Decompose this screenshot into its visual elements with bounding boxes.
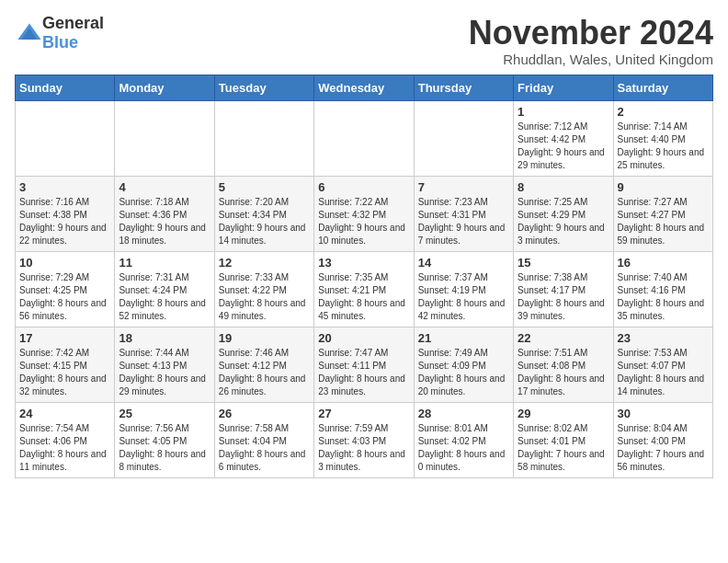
week-row-5: 24Sunrise: 7:54 AM Sunset: 4:06 PM Dayli… bbox=[16, 402, 713, 477]
day-info: Sunrise: 7:14 AM Sunset: 4:40 PM Dayligh… bbox=[618, 121, 709, 172]
logo-text: General Blue bbox=[42, 15, 104, 52]
day-info: Sunrise: 7:40 AM Sunset: 4:16 PM Dayligh… bbox=[618, 271, 709, 323]
day-cell: 26Sunrise: 7:58 AM Sunset: 4:04 PM Dayli… bbox=[214, 402, 313, 477]
logo-blue: Blue bbox=[42, 33, 78, 52]
day-number: 13 bbox=[318, 256, 409, 270]
col-header-sunday: Sunday bbox=[16, 75, 115, 100]
day-number: 12 bbox=[219, 256, 310, 270]
day-info: Sunrise: 7:38 AM Sunset: 4:17 PM Dayligh… bbox=[518, 271, 609, 323]
day-info: Sunrise: 7:54 AM Sunset: 4:06 PM Dayligh… bbox=[19, 422, 110, 474]
day-cell: 2Sunrise: 7:14 AM Sunset: 4:40 PM Daylig… bbox=[613, 100, 712, 176]
day-number: 11 bbox=[119, 256, 210, 270]
day-info: Sunrise: 7:58 AM Sunset: 4:04 PM Dayligh… bbox=[219, 422, 310, 474]
day-info: Sunrise: 7:59 AM Sunset: 4:03 PM Dayligh… bbox=[318, 422, 409, 474]
week-row-4: 17Sunrise: 7:42 AM Sunset: 4:15 PM Dayli… bbox=[16, 327, 713, 402]
day-number: 5 bbox=[219, 180, 310, 194]
day-number: 8 bbox=[518, 180, 609, 194]
day-cell: 7Sunrise: 7:23 AM Sunset: 4:31 PM Daylig… bbox=[414, 176, 513, 251]
day-number: 18 bbox=[119, 331, 210, 345]
day-number: 20 bbox=[318, 331, 409, 345]
day-cell bbox=[414, 100, 513, 176]
day-number: 6 bbox=[318, 180, 409, 194]
day-cell: 13Sunrise: 7:35 AM Sunset: 4:21 PM Dayli… bbox=[314, 251, 414, 327]
day-number: 23 bbox=[618, 331, 709, 345]
day-info: Sunrise: 7:27 AM Sunset: 4:27 PM Dayligh… bbox=[618, 196, 709, 247]
day-info: Sunrise: 7:20 AM Sunset: 4:34 PM Dayligh… bbox=[219, 196, 310, 247]
col-header-monday: Monday bbox=[115, 75, 214, 100]
col-header-thursday: Thursday bbox=[414, 75, 513, 100]
day-cell bbox=[314, 100, 414, 176]
day-cell: 27Sunrise: 7:59 AM Sunset: 4:03 PM Dayli… bbox=[314, 402, 414, 477]
day-cell: 1Sunrise: 7:12 AM Sunset: 4:42 PM Daylig… bbox=[514, 100, 613, 176]
day-info: Sunrise: 7:23 AM Sunset: 4:31 PM Dayligh… bbox=[418, 196, 509, 247]
day-info: Sunrise: 7:47 AM Sunset: 4:11 PM Dayligh… bbox=[318, 347, 409, 398]
day-number: 22 bbox=[518, 331, 609, 345]
day-cell: 25Sunrise: 7:56 AM Sunset: 4:05 PM Dayli… bbox=[115, 402, 214, 477]
day-cell: 17Sunrise: 7:42 AM Sunset: 4:15 PM Dayli… bbox=[16, 327, 115, 402]
day-info: Sunrise: 7:16 AM Sunset: 4:38 PM Dayligh… bbox=[19, 196, 110, 247]
day-info: Sunrise: 7:29 AM Sunset: 4:25 PM Dayligh… bbox=[19, 271, 110, 323]
day-info: Sunrise: 7:12 AM Sunset: 4:42 PM Dayligh… bbox=[518, 121, 609, 172]
col-header-wednesday: Wednesday bbox=[314, 75, 414, 100]
location-title: Rhuddlan, Wales, United Kingdom bbox=[469, 52, 713, 67]
week-row-2: 3Sunrise: 7:16 AM Sunset: 4:38 PM Daylig… bbox=[16, 176, 713, 251]
day-number: 21 bbox=[418, 331, 509, 345]
day-info: Sunrise: 7:33 AM Sunset: 4:22 PM Dayligh… bbox=[219, 271, 310, 323]
day-cell: 16Sunrise: 7:40 AM Sunset: 4:16 PM Dayli… bbox=[613, 251, 712, 327]
day-number: 29 bbox=[518, 407, 609, 420]
logo-general: General bbox=[42, 14, 104, 32]
day-info: Sunrise: 7:35 AM Sunset: 4:21 PM Dayligh… bbox=[318, 271, 409, 323]
day-info: Sunrise: 7:44 AM Sunset: 4:13 PM Dayligh… bbox=[119, 347, 210, 398]
day-number: 26 bbox=[219, 407, 310, 420]
day-cell bbox=[115, 100, 214, 176]
week-row-1: 1Sunrise: 7:12 AM Sunset: 4:42 PM Daylig… bbox=[16, 100, 713, 176]
day-cell: 20Sunrise: 7:47 AM Sunset: 4:11 PM Dayli… bbox=[314, 327, 414, 402]
day-info: Sunrise: 7:56 AM Sunset: 4:05 PM Dayligh… bbox=[119, 422, 210, 474]
day-number: 24 bbox=[19, 407, 110, 420]
day-info: Sunrise: 7:46 AM Sunset: 4:12 PM Dayligh… bbox=[219, 347, 310, 398]
day-cell: 21Sunrise: 7:49 AM Sunset: 4:09 PM Dayli… bbox=[414, 327, 513, 402]
day-cell: 23Sunrise: 7:53 AM Sunset: 4:07 PM Dayli… bbox=[613, 327, 712, 402]
day-cell: 6Sunrise: 7:22 AM Sunset: 4:32 PM Daylig… bbox=[314, 176, 414, 251]
day-cell: 10Sunrise: 7:29 AM Sunset: 4:25 PM Dayli… bbox=[16, 251, 115, 327]
day-number: 17 bbox=[19, 331, 110, 345]
day-cell: 28Sunrise: 8:01 AM Sunset: 4:02 PM Dayli… bbox=[414, 402, 513, 477]
day-cell: 30Sunrise: 8:04 AM Sunset: 4:00 PM Dayli… bbox=[613, 402, 712, 477]
day-cell: 8Sunrise: 7:25 AM Sunset: 4:29 PM Daylig… bbox=[514, 176, 613, 251]
day-number: 1 bbox=[518, 105, 609, 119]
day-info: Sunrise: 7:18 AM Sunset: 4:36 PM Dayligh… bbox=[119, 196, 210, 247]
calendar-table: SundayMondayTuesdayWednesdayThursdayFrid… bbox=[15, 75, 713, 478]
col-header-tuesday: Tuesday bbox=[214, 75, 313, 100]
day-number: 30 bbox=[618, 407, 709, 420]
day-cell: 12Sunrise: 7:33 AM Sunset: 4:22 PM Dayli… bbox=[214, 251, 313, 327]
day-info: Sunrise: 7:31 AM Sunset: 4:24 PM Dayligh… bbox=[119, 271, 210, 323]
header: General Blue November 2024 Rhuddlan, Wal… bbox=[15, 15, 713, 67]
day-number: 14 bbox=[418, 256, 509, 270]
day-cell: 29Sunrise: 8:02 AM Sunset: 4:01 PM Dayli… bbox=[514, 402, 613, 477]
day-info: Sunrise: 7:22 AM Sunset: 4:32 PM Dayligh… bbox=[318, 196, 409, 247]
day-info: Sunrise: 7:53 AM Sunset: 4:07 PM Dayligh… bbox=[618, 347, 709, 398]
day-number: 3 bbox=[19, 180, 110, 194]
day-cell: 14Sunrise: 7:37 AM Sunset: 4:19 PM Dayli… bbox=[414, 251, 513, 327]
day-number: 15 bbox=[518, 256, 609, 270]
day-cell: 15Sunrise: 7:38 AM Sunset: 4:17 PM Dayli… bbox=[514, 251, 613, 327]
day-cell: 9Sunrise: 7:27 AM Sunset: 4:27 PM Daylig… bbox=[613, 176, 712, 251]
day-cell: 5Sunrise: 7:20 AM Sunset: 4:34 PM Daylig… bbox=[214, 176, 313, 251]
logo: General Blue bbox=[15, 15, 104, 52]
day-number: 28 bbox=[418, 407, 509, 420]
day-number: 7 bbox=[418, 180, 509, 194]
day-cell bbox=[214, 100, 313, 176]
day-cell bbox=[16, 100, 115, 176]
day-info: Sunrise: 7:25 AM Sunset: 4:29 PM Dayligh… bbox=[518, 196, 609, 247]
day-info: Sunrise: 7:37 AM Sunset: 4:19 PM Dayligh… bbox=[418, 271, 509, 323]
day-info: Sunrise: 7:42 AM Sunset: 4:15 PM Dayligh… bbox=[19, 347, 110, 398]
calendar-header-row: SundayMondayTuesdayWednesdayThursdayFrid… bbox=[16, 75, 713, 100]
col-header-friday: Friday bbox=[514, 75, 613, 100]
day-number: 27 bbox=[318, 407, 409, 420]
day-number: 9 bbox=[618, 180, 709, 194]
day-info: Sunrise: 8:02 AM Sunset: 4:01 PM Dayligh… bbox=[518, 422, 609, 474]
day-number: 19 bbox=[219, 331, 310, 345]
day-info: Sunrise: 7:49 AM Sunset: 4:09 PM Dayligh… bbox=[418, 347, 509, 398]
day-cell: 4Sunrise: 7:18 AM Sunset: 4:36 PM Daylig… bbox=[115, 176, 214, 251]
day-info: Sunrise: 7:51 AM Sunset: 4:08 PM Dayligh… bbox=[518, 347, 609, 398]
